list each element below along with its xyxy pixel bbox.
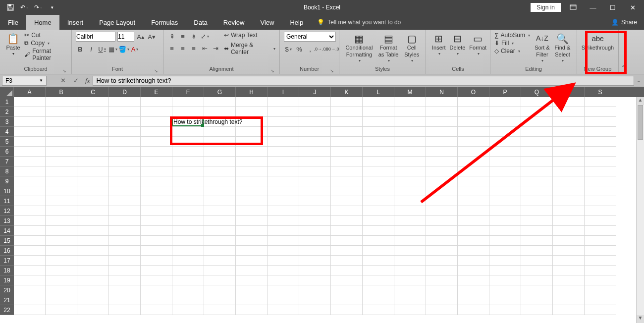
align-middle-icon[interactable]: ≡: [178, 32, 187, 41]
insert-cells-button[interactable]: ⊞ Insert: [430, 32, 448, 57]
cell[interactable]: [489, 285, 521, 295]
cell[interactable]: [299, 266, 331, 275]
accounting-format-icon[interactable]: $: [284, 45, 293, 54]
cell[interactable]: [172, 216, 204, 226]
cell[interactable]: [204, 107, 236, 117]
cell[interactable]: [394, 137, 426, 147]
expand-formula-bar-icon[interactable]: ⌄: [636, 78, 644, 83]
row-header[interactable]: 2: [0, 107, 14, 117]
number-format-combo[interactable]: General: [284, 32, 336, 42]
cell[interactable]: [553, 206, 585, 216]
cell[interactable]: [489, 216, 521, 226]
cell[interactable]: [172, 176, 204, 186]
cell[interactable]: [172, 246, 204, 256]
cell[interactable]: [331, 107, 363, 117]
cell[interactable]: [172, 285, 204, 295]
format-painter-button[interactable]: 🖌Format Painter: [24, 48, 67, 61]
cell[interactable]: [426, 137, 458, 147]
cell[interactable]: [331, 266, 363, 275]
increase-indent-icon[interactable]: ⇥: [211, 44, 220, 53]
cell[interactable]: [268, 97, 299, 107]
cell[interactable]: [46, 275, 77, 285]
cell[interactable]: [268, 246, 299, 256]
cell[interactable]: [426, 127, 458, 137]
column-header[interactable]: G: [204, 87, 236, 97]
cell[interactable]: [426, 206, 458, 216]
cell[interactable]: [236, 285, 268, 295]
cell[interactable]: [331, 246, 363, 256]
cell[interactable]: [585, 246, 616, 256]
cell[interactable]: [236, 157, 268, 166]
cell[interactable]: [14, 275, 46, 285]
cell[interactable]: [363, 305, 394, 315]
cell[interactable]: [426, 166, 458, 176]
cell[interactable]: [141, 127, 172, 137]
column-header[interactable]: C: [77, 87, 109, 97]
cell[interactable]: [331, 226, 363, 236]
cell[interactable]: [458, 206, 489, 216]
cell[interactable]: [363, 117, 394, 127]
cell[interactable]: [141, 246, 172, 256]
cell[interactable]: [458, 166, 489, 176]
cell[interactable]: [141, 285, 172, 295]
cell[interactable]: [14, 97, 46, 107]
cell[interactable]: [172, 137, 204, 147]
cell[interactable]: [268, 236, 299, 246]
tab-file[interactable]: File: [0, 15, 26, 30]
cell[interactable]: [14, 256, 46, 266]
cell[interactable]: [172, 157, 204, 166]
align-left-icon[interactable]: ≡: [167, 44, 176, 53]
cell[interactable]: [394, 147, 426, 157]
column-header[interactable]: Q: [521, 87, 553, 97]
cell[interactable]: [363, 266, 394, 275]
cell[interactable]: [489, 305, 521, 315]
increase-decimal-icon[interactable]: .0→.00: [317, 45, 325, 54]
cell[interactable]: [331, 305, 363, 315]
cell[interactable]: [299, 176, 331, 186]
cell[interactable]: [553, 266, 585, 275]
cell[interactable]: [204, 246, 236, 256]
cell[interactable]: [14, 266, 46, 275]
cell[interactable]: [553, 117, 585, 127]
row-header[interactable]: 14: [0, 226, 14, 236]
scroll-thumb[interactable]: [638, 105, 643, 140]
cell[interactable]: [46, 127, 77, 137]
cell[interactable]: [204, 186, 236, 196]
row-header[interactable]: 12: [0, 206, 14, 216]
cell[interactable]: [299, 285, 331, 295]
cell[interactable]: [172, 295, 204, 305]
strikethrough-button[interactable]: abc Strikethrough: [580, 32, 616, 53]
cell[interactable]: [77, 117, 109, 127]
column-header[interactable]: J: [299, 87, 331, 97]
cell[interactable]: [299, 107, 331, 117]
cell[interactable]: [14, 216, 46, 226]
cell[interactable]: [77, 206, 109, 216]
cell[interactable]: [585, 186, 616, 196]
cell[interactable]: [172, 127, 204, 137]
cell[interactable]: [141, 196, 172, 206]
cell[interactable]: [172, 107, 204, 117]
number-dialog-launcher[interactable]: ↘: [329, 67, 335, 73]
cell[interactable]: [14, 305, 46, 315]
row-header[interactable]: 4: [0, 127, 14, 137]
cell[interactable]: [458, 97, 489, 107]
cell[interactable]: [585, 107, 616, 117]
cell[interactable]: [268, 196, 299, 206]
fill-button[interactable]: ⬇Fill: [494, 40, 530, 47]
find-select-button[interactable]: 🔍 Find & Select: [552, 32, 573, 64]
cell[interactable]: [109, 166, 141, 176]
cell[interactable]: [394, 186, 426, 196]
cell[interactable]: [585, 285, 616, 295]
cell[interactable]: [46, 206, 77, 216]
cell[interactable]: [77, 97, 109, 107]
cell[interactable]: [394, 295, 426, 305]
comma-format-icon[interactable]: ,: [306, 45, 315, 54]
cell[interactable]: [363, 206, 394, 216]
row-header[interactable]: 13: [0, 216, 14, 226]
column-header[interactable]: R: [553, 87, 585, 97]
cell[interactable]: [204, 216, 236, 226]
cell[interactable]: [299, 295, 331, 305]
borders-button[interactable]: ▦: [108, 45, 117, 54]
cell[interactable]: [363, 256, 394, 266]
font-color-button[interactable]: A: [130, 45, 139, 54]
